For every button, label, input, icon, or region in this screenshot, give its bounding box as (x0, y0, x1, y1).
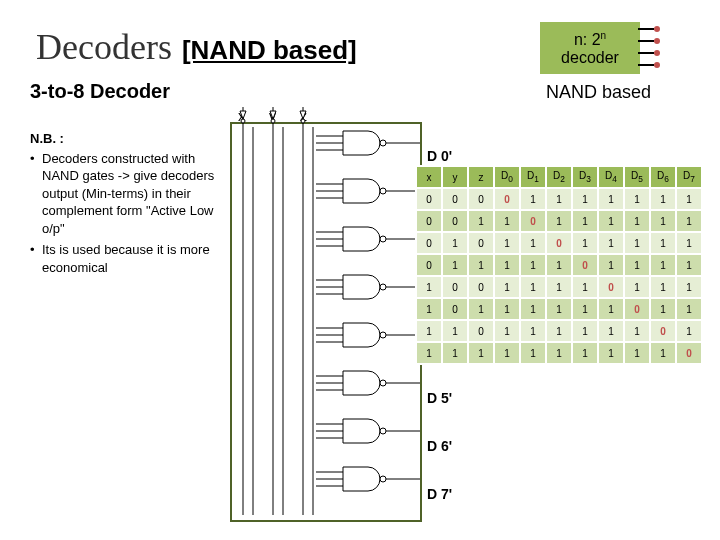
svg-point-10 (271, 119, 275, 123)
svg-point-8 (241, 119, 245, 123)
svg-marker-9 (270, 111, 276, 119)
decoder-pin (638, 52, 654, 54)
title-main: Decoders (36, 26, 172, 68)
note-header: N.B. : (30, 130, 225, 148)
title-sub: [NAND based] (182, 35, 357, 66)
subtitle: 3-to-8 Decoder (30, 80, 170, 103)
slide-title: Decoders [NAND based] (36, 26, 357, 68)
decoder-block-line2: decoder (561, 49, 619, 67)
svg-rect-0 (231, 123, 421, 521)
decoder-pin (638, 40, 654, 42)
svg-marker-7 (240, 111, 246, 119)
decoder-block: n: 2n decoder (540, 22, 640, 74)
svg-point-28 (380, 284, 386, 290)
svg-point-38 (380, 380, 386, 386)
decoder-block-line1: n: 2n (574, 30, 606, 49)
decoder-pin (638, 28, 654, 30)
note-block: N.B. : Decoders constructed with NAND ga… (30, 130, 225, 280)
output-label: D 7' (427, 486, 452, 502)
svg-point-48 (380, 476, 386, 482)
nand-based-label: NAND based (546, 82, 651, 103)
svg-point-43 (380, 428, 386, 434)
svg-marker-11 (300, 111, 306, 119)
svg-point-18 (380, 188, 386, 194)
output-label: D 5' (427, 390, 452, 406)
decoder-pin (638, 64, 654, 66)
svg-point-33 (380, 332, 386, 338)
svg-point-23 (380, 236, 386, 242)
note-bullet: Decoders constructed with NAND gates -> … (30, 150, 225, 238)
note-bullet: Its is used because it is more economica… (30, 241, 225, 276)
svg-point-12 (301, 119, 305, 123)
svg-point-13 (380, 140, 386, 146)
output-label: D 6' (427, 438, 452, 454)
truth-table: xyzD0D1D2D3D4D5D6D7 00001111111001101111… (415, 165, 703, 365)
output-label: D 0' (427, 148, 452, 164)
